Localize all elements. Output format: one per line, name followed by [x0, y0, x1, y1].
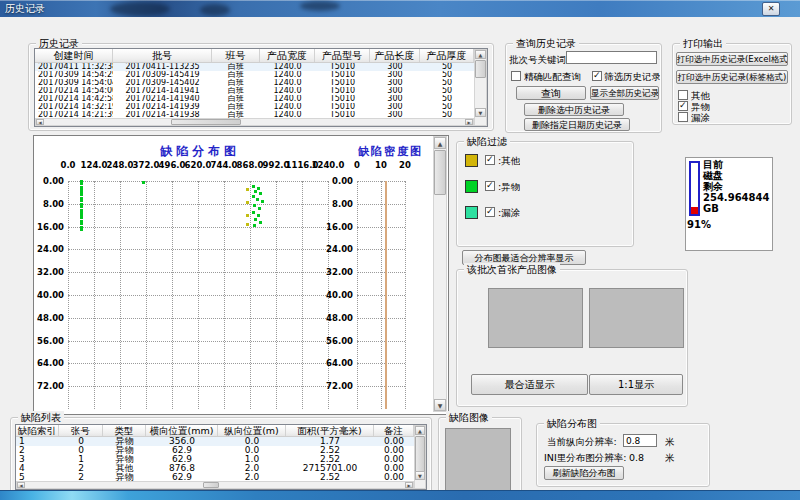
print-excel-button[interactable]: 打印选中历史记录(Excel格式) [676, 52, 788, 66]
defect-point-dot [254, 218, 257, 221]
table-row[interactable]: 20异物62.90.02.520.00 [16, 446, 426, 455]
defect-horizontal-scrollbar[interactable]: ◀ ▶ [16, 481, 414, 489]
one-to-one-display-button[interactable]: 1:1显示 [589, 374, 683, 395]
scroll-down-icon[interactable]: ▼ [434, 399, 446, 411]
chart-vertical-scrollbar[interactable]: ▲ ▼ [433, 136, 447, 412]
gridline [357, 295, 405, 296]
table-cell: 0.00 [374, 455, 414, 464]
print-label-button[interactable]: 打印选中历史记录(标签格式) [676, 70, 788, 84]
column-header[interactable]: 产品宽度 [260, 49, 315, 62]
best-fit-display-button[interactable]: 最合适显示 [471, 374, 588, 395]
legend-checkbox[interactable] [485, 207, 495, 217]
scroll-up-icon[interactable]: ▲ [475, 50, 486, 59]
table-row[interactable]: 20170214 14:54:0020170214-141941白班1240.0… [35, 87, 487, 95]
column-header[interactable]: 产品型号 [315, 49, 370, 62]
print-filter-checkbox[interactable] [678, 112, 688, 122]
gridline [405, 181, 406, 409]
table-cell: 62.9 [146, 446, 218, 455]
distribution-chart-title: 缺陷分布图 [160, 143, 240, 160]
defect-point-dot [253, 204, 256, 207]
scroll-up-icon[interactable]: ▲ [434, 137, 446, 149]
column-header[interactable]: 纵向位置(m) [218, 425, 286, 436]
close-icon[interactable]: ✕ [762, 2, 780, 16]
batch-keyword-input[interactable] [566, 51, 657, 64]
column-header[interactable]: 类型 [103, 425, 146, 436]
scroll-up-icon[interactable]: ▲ [415, 426, 425, 435]
defect-point-dot [258, 207, 261, 210]
column-header[interactable]: 横向位置(mm) [146, 425, 218, 436]
column-header[interactable]: 备注 [374, 425, 414, 436]
query-button[interactable]: 查询 [516, 86, 586, 100]
show-all-history-button[interactable]: 显示全部历史记录 [590, 86, 659, 100]
exact-match-checkbox[interactable] [511, 71, 521, 81]
table-row[interactable]: 20170214 14:32:1920170214-141939白班1240.0… [35, 103, 487, 111]
scrollbar-thumb[interactable] [475, 60, 486, 78]
table-row[interactable]: 10异物356.00.01.770.00 [16, 437, 426, 446]
scroll-right-icon[interactable]: ▶ [465, 119, 473, 125]
table-cell: 50 [420, 87, 474, 95]
column-header[interactable]: 创建时间 [35, 49, 113, 62]
defect-point-dot [257, 214, 260, 217]
disk-info-line: 目前 [703, 159, 770, 170]
table-row[interactable]: 20170411 11:32:3820170411-113235白班1240.0… [35, 63, 487, 71]
gridline [357, 318, 405, 319]
defect-point-dash [80, 203, 83, 208]
scrollbar-thumb[interactable] [415, 436, 425, 472]
refresh-defect-map-button[interactable]: 刷新缺陷分布图 [544, 466, 624, 480]
history-table[interactable]: 创建时间批号班号产品宽度产品型号产品长度产品厚度 20170411 11:32:… [34, 48, 488, 127]
table-row[interactable]: 31异物62.91.02.520.00 [16, 455, 426, 464]
legend-color-swatch [465, 206, 478, 219]
legend-checkbox[interactable] [485, 181, 495, 191]
table-cell: 62.9 [146, 455, 218, 464]
y-axis-tick: 64.00 [324, 358, 353, 368]
legend-checkbox[interactable] [485, 155, 495, 165]
column-header[interactable]: 批号 [113, 49, 212, 62]
column-header[interactable]: 面积(平方毫米) [286, 425, 374, 436]
print-filter-checkbox[interactable] [678, 101, 688, 111]
y-axis-tick: 16.00 [34, 222, 64, 232]
delete-selected-history-button[interactable]: 删除选中历史记录 [524, 103, 624, 116]
defect-point-dash [80, 220, 83, 225]
scrollbar-thumb[interactable] [171, 119, 241, 125]
scrollbar-thumb[interactable] [434, 150, 446, 195]
dialog-client-area: 历史记录 创建时间批号班号产品宽度产品型号产品长度产品厚度 20170411 1… [0, 17, 800, 490]
column-header[interactable]: 产品长度 [370, 49, 420, 62]
y-axis-tick: 16.00 [324, 222, 353, 232]
scroll-down-icon[interactable]: ▼ [475, 108, 486, 117]
table-row[interactable]: 20170309 14:54:2920170309-145419白班1240.0… [35, 71, 487, 79]
print-filter-checkbox[interactable] [678, 90, 688, 100]
defect-point-dot [252, 195, 255, 198]
defect-table[interactable]: 缺陷索引张号类型横向位置(mm)纵向位置(m)面积(平方毫米)备注 10异物35… [15, 424, 427, 490]
gridline [357, 272, 405, 273]
history-vertical-scrollbar[interactable]: ▲ ▼ [474, 49, 487, 126]
print-filter-label: 漏涂 [691, 112, 710, 125]
column-header[interactable]: 缺陷索引 [16, 425, 59, 436]
table-row[interactable]: 20170309 14:54:0420170309-145402白班1240.0… [35, 79, 487, 87]
column-header[interactable]: 班号 [212, 49, 260, 62]
filter-history-checkbox[interactable] [592, 71, 602, 81]
history-horizontal-scrollbar[interactable]: ◀ ▶ [35, 118, 474, 126]
column-header[interactable]: 产品厚度 [420, 49, 474, 62]
table-cell: 白班 [212, 95, 260, 103]
table-row[interactable]: 42其他876.82.02715701.000.00 [16, 464, 426, 473]
scrollbar-thumb[interactable] [203, 482, 219, 488]
window-bottom-edge [0, 490, 800, 500]
scroll-right-icon[interactable]: ▶ [405, 482, 413, 488]
table-cell: 1240.0 [260, 79, 315, 87]
scroll-down-icon[interactable]: ▼ [415, 471, 425, 480]
current-resolution-input[interactable] [623, 434, 657, 447]
table-cell: 2 [59, 464, 103, 473]
scroll-left-icon[interactable]: ◀ [17, 482, 25, 488]
defect-point-dot [252, 211, 255, 214]
defect-point-dash [80, 226, 83, 231]
table-cell: T5010 [315, 79, 370, 87]
defect-vertical-scrollbar[interactable]: ▲ ▼ [414, 425, 426, 489]
column-header[interactable]: 张号 [59, 425, 103, 436]
defect-point-dot [246, 214, 249, 217]
table-cell: 异物 [103, 455, 146, 464]
table-row[interactable]: 20170214 14:42:5820170214-141940白班1240.0… [35, 95, 487, 103]
scroll-left-icon[interactable]: ◀ [36, 119, 44, 125]
x-axis-tick: 868.0 [237, 160, 264, 170]
delete-by-date-history-button[interactable]: 删除指定日期历史记录 [524, 118, 630, 131]
titlebar[interactable]: 历史记录 ✕ [0, 0, 800, 17]
